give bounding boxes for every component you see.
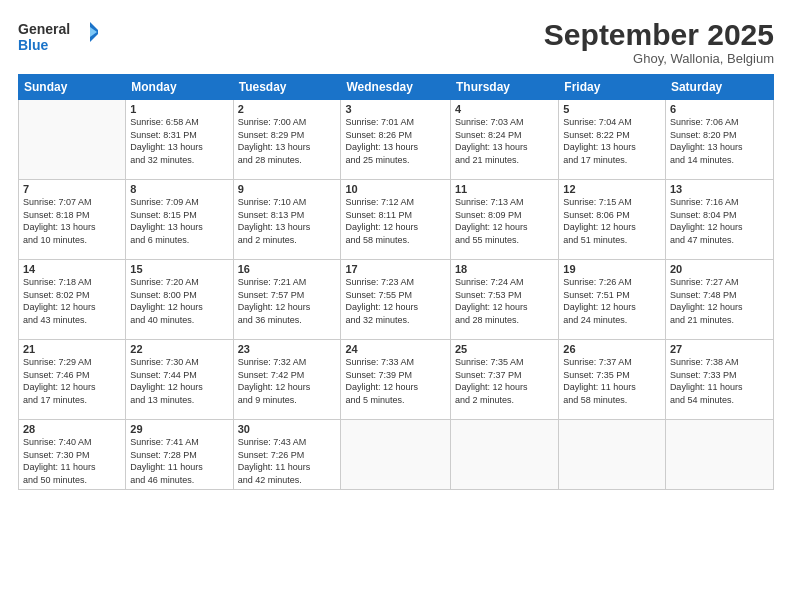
calendar-cell: 2Sunrise: 7:00 AM Sunset: 8:29 PM Daylig… [233, 100, 341, 180]
day-number: 7 [23, 183, 121, 195]
day-number: 1 [130, 103, 228, 115]
day-number: 28 [23, 423, 121, 435]
calendar-cell: 3Sunrise: 7:01 AM Sunset: 8:26 PM Daylig… [341, 100, 451, 180]
day-info: Sunrise: 6:58 AM Sunset: 8:31 PM Dayligh… [130, 116, 228, 166]
day-info: Sunrise: 7:35 AM Sunset: 7:37 PM Dayligh… [455, 356, 554, 406]
calendar-cell: 17Sunrise: 7:23 AM Sunset: 7:55 PM Dayli… [341, 260, 451, 340]
column-header-saturday: Saturday [665, 75, 773, 100]
day-number: 22 [130, 343, 228, 355]
svg-text:General: General [18, 21, 70, 37]
day-info: Sunrise: 7:13 AM Sunset: 8:09 PM Dayligh… [455, 196, 554, 246]
week-row-4: 21Sunrise: 7:29 AM Sunset: 7:46 PM Dayli… [19, 340, 774, 420]
day-number: 27 [670, 343, 769, 355]
calendar-cell: 11Sunrise: 7:13 AM Sunset: 8:09 PM Dayli… [451, 180, 559, 260]
location: Ghoy, Wallonia, Belgium [544, 51, 774, 66]
calendar-cell: 28Sunrise: 7:40 AM Sunset: 7:30 PM Dayli… [19, 420, 126, 490]
column-header-friday: Friday [559, 75, 666, 100]
day-number: 17 [345, 263, 446, 275]
day-number: 24 [345, 343, 446, 355]
day-number: 9 [238, 183, 337, 195]
column-header-tuesday: Tuesday [233, 75, 341, 100]
day-info: Sunrise: 7:09 AM Sunset: 8:15 PM Dayligh… [130, 196, 228, 246]
day-number: 6 [670, 103, 769, 115]
calendar-cell: 7Sunrise: 7:07 AM Sunset: 8:18 PM Daylig… [19, 180, 126, 260]
week-row-1: 1Sunrise: 6:58 AM Sunset: 8:31 PM Daylig… [19, 100, 774, 180]
day-info: Sunrise: 7:30 AM Sunset: 7:44 PM Dayligh… [130, 356, 228, 406]
month-title: September 2025 [544, 18, 774, 51]
day-info: Sunrise: 7:06 AM Sunset: 8:20 PM Dayligh… [670, 116, 769, 166]
calendar-cell: 10Sunrise: 7:12 AM Sunset: 8:11 PM Dayli… [341, 180, 451, 260]
column-header-monday: Monday [126, 75, 233, 100]
calendar-cell: 23Sunrise: 7:32 AM Sunset: 7:42 PM Dayli… [233, 340, 341, 420]
day-info: Sunrise: 7:00 AM Sunset: 8:29 PM Dayligh… [238, 116, 337, 166]
day-number: 21 [23, 343, 121, 355]
day-info: Sunrise: 7:04 AM Sunset: 8:22 PM Dayligh… [563, 116, 661, 166]
day-number: 25 [455, 343, 554, 355]
day-info: Sunrise: 7:23 AM Sunset: 7:55 PM Dayligh… [345, 276, 446, 326]
calendar-cell: 4Sunrise: 7:03 AM Sunset: 8:24 PM Daylig… [451, 100, 559, 180]
calendar: SundayMondayTuesdayWednesdayThursdayFrid… [18, 74, 774, 490]
calendar-cell: 22Sunrise: 7:30 AM Sunset: 7:44 PM Dayli… [126, 340, 233, 420]
day-info: Sunrise: 7:43 AM Sunset: 7:26 PM Dayligh… [238, 436, 337, 486]
calendar-cell [665, 420, 773, 490]
day-info: Sunrise: 7:37 AM Sunset: 7:35 PM Dayligh… [563, 356, 661, 406]
week-row-5: 28Sunrise: 7:40 AM Sunset: 7:30 PM Dayli… [19, 420, 774, 490]
day-info: Sunrise: 7:12 AM Sunset: 8:11 PM Dayligh… [345, 196, 446, 246]
day-number: 11 [455, 183, 554, 195]
day-number: 2 [238, 103, 337, 115]
day-info: Sunrise: 7:32 AM Sunset: 7:42 PM Dayligh… [238, 356, 337, 406]
day-info: Sunrise: 7:33 AM Sunset: 7:39 PM Dayligh… [345, 356, 446, 406]
calendar-cell [559, 420, 666, 490]
day-number: 4 [455, 103, 554, 115]
calendar-cell [451, 420, 559, 490]
calendar-cell: 1Sunrise: 6:58 AM Sunset: 8:31 PM Daylig… [126, 100, 233, 180]
day-number: 23 [238, 343, 337, 355]
day-number: 26 [563, 343, 661, 355]
day-info: Sunrise: 7:29 AM Sunset: 7:46 PM Dayligh… [23, 356, 121, 406]
column-header-thursday: Thursday [451, 75, 559, 100]
day-number: 29 [130, 423, 228, 435]
day-info: Sunrise: 7:41 AM Sunset: 7:28 PM Dayligh… [130, 436, 228, 486]
day-info: Sunrise: 7:21 AM Sunset: 7:57 PM Dayligh… [238, 276, 337, 326]
day-info: Sunrise: 7:03 AM Sunset: 8:24 PM Dayligh… [455, 116, 554, 166]
day-number: 20 [670, 263, 769, 275]
calendar-cell: 20Sunrise: 7:27 AM Sunset: 7:48 PM Dayli… [665, 260, 773, 340]
calendar-cell: 14Sunrise: 7:18 AM Sunset: 8:02 PM Dayli… [19, 260, 126, 340]
day-info: Sunrise: 7:01 AM Sunset: 8:26 PM Dayligh… [345, 116, 446, 166]
calendar-cell: 29Sunrise: 7:41 AM Sunset: 7:28 PM Dayli… [126, 420, 233, 490]
day-info: Sunrise: 7:15 AM Sunset: 8:06 PM Dayligh… [563, 196, 661, 246]
column-header-sunday: Sunday [19, 75, 126, 100]
calendar-cell: 19Sunrise: 7:26 AM Sunset: 7:51 PM Dayli… [559, 260, 666, 340]
day-info: Sunrise: 7:38 AM Sunset: 7:33 PM Dayligh… [670, 356, 769, 406]
day-info: Sunrise: 7:07 AM Sunset: 8:18 PM Dayligh… [23, 196, 121, 246]
week-row-3: 14Sunrise: 7:18 AM Sunset: 8:02 PM Dayli… [19, 260, 774, 340]
day-info: Sunrise: 7:40 AM Sunset: 7:30 PM Dayligh… [23, 436, 121, 486]
day-number: 12 [563, 183, 661, 195]
calendar-cell: 9Sunrise: 7:10 AM Sunset: 8:13 PM Daylig… [233, 180, 341, 260]
calendar-cell [19, 100, 126, 180]
calendar-cell: 30Sunrise: 7:43 AM Sunset: 7:26 PM Dayli… [233, 420, 341, 490]
calendar-cell: 27Sunrise: 7:38 AM Sunset: 7:33 PM Dayli… [665, 340, 773, 420]
calendar-body: 1Sunrise: 6:58 AM Sunset: 8:31 PM Daylig… [19, 100, 774, 490]
calendar-cell: 5Sunrise: 7:04 AM Sunset: 8:22 PM Daylig… [559, 100, 666, 180]
day-number: 16 [238, 263, 337, 275]
calendar-cell: 15Sunrise: 7:20 AM Sunset: 8:00 PM Dayli… [126, 260, 233, 340]
svg-text:Blue: Blue [18, 37, 49, 53]
calendar-cell: 21Sunrise: 7:29 AM Sunset: 7:46 PM Dayli… [19, 340, 126, 420]
day-number: 18 [455, 263, 554, 275]
calendar-cell: 24Sunrise: 7:33 AM Sunset: 7:39 PM Dayli… [341, 340, 451, 420]
day-number: 3 [345, 103, 446, 115]
day-info: Sunrise: 7:24 AM Sunset: 7:53 PM Dayligh… [455, 276, 554, 326]
calendar-header-row: SundayMondayTuesdayWednesdayThursdayFrid… [19, 75, 774, 100]
calendar-cell: 18Sunrise: 7:24 AM Sunset: 7:53 PM Dayli… [451, 260, 559, 340]
calendar-cell: 16Sunrise: 7:21 AM Sunset: 7:57 PM Dayli… [233, 260, 341, 340]
column-header-wednesday: Wednesday [341, 75, 451, 100]
day-number: 30 [238, 423, 337, 435]
day-number: 10 [345, 183, 446, 195]
day-number: 14 [23, 263, 121, 275]
day-info: Sunrise: 7:26 AM Sunset: 7:51 PM Dayligh… [563, 276, 661, 326]
calendar-cell: 12Sunrise: 7:15 AM Sunset: 8:06 PM Dayli… [559, 180, 666, 260]
calendar-cell: 13Sunrise: 7:16 AM Sunset: 8:04 PM Dayli… [665, 180, 773, 260]
day-info: Sunrise: 7:18 AM Sunset: 8:02 PM Dayligh… [23, 276, 121, 326]
day-number: 13 [670, 183, 769, 195]
